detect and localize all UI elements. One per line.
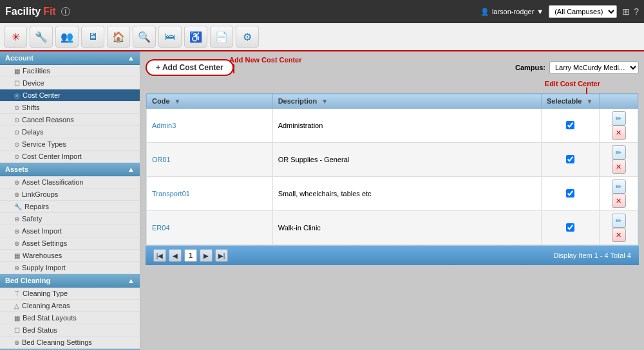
- sidebar-item-label: Service Types: [22, 140, 66, 148]
- first-page-btn[interactable]: |◀: [153, 249, 166, 262]
- cell-code: OR01: [147, 143, 273, 177]
- sidebar-item-supply-import[interactable]: ⊛ Supply Import: [0, 262, 140, 274]
- current-page-num: 1: [184, 249, 197, 262]
- table-row: Admin3 Administration ✏ ✕: [147, 109, 638, 143]
- sidebar-item-delays[interactable]: ⊙ Delays: [0, 126, 140, 138]
- help-icon[interactable]: ?: [634, 6, 639, 17]
- sidebar-item-label: Cost Center Import: [22, 152, 82, 160]
- sidebar-item-warehouses[interactable]: ▦ Warehouses: [0, 250, 140, 262]
- top-icons: ⊞ ?: [622, 6, 639, 17]
- sidebar-item-safety[interactable]: ⊛ Safety: [0, 213, 140, 225]
- grid-icon[interactable]: ⊞: [622, 6, 630, 17]
- sidebar-item-service-types[interactable]: ⊙ Service Types: [0, 138, 140, 151]
- user-icon: 👤: [480, 8, 489, 16]
- delete-row-btn[interactable]: ✕: [612, 194, 626, 208]
- sidebar-item-label: Warehouses: [23, 252, 62, 259]
- content-header: + Add Cost Center Campus: Larry McCurdy …: [146, 59, 639, 76]
- cell-selectable[interactable]: [542, 143, 600, 177]
- sidebar-section-bed-cleaning[interactable]: Bed Cleaning ▲: [0, 274, 140, 288]
- table-row: OR01 OR Supplies - General ✏ ✕: [147, 143, 638, 177]
- sidebar-item-linkgroups[interactable]: ⊛ LinkGroups: [0, 189, 140, 201]
- sidebar-item-repairs[interactable]: 🔧 Repairs: [0, 201, 140, 213]
- sidebar-item-facilities[interactable]: ▦ Facilities: [0, 65, 140, 77]
- sidebar-section-account[interactable]: Account ▲: [0, 51, 140, 65]
- col-header-description[interactable]: Description ▼: [272, 94, 541, 109]
- safety-icon: ⊛: [14, 216, 19, 223]
- prev-page-btn[interactable]: ◀: [169, 249, 182, 262]
- warehouses-icon: ▦: [14, 252, 20, 259]
- sidebar-item-cleaning-type[interactable]: ⊤ Cleaning Type: [0, 288, 140, 300]
- cost-center-icon: ◎: [14, 92, 20, 99]
- sidebar-item-cleaning-areas[interactable]: △ Cleaning Areas: [0, 300, 140, 312]
- sidebar: Account ▲ ▦ Facilities ☐ Device ◎ Cost C…: [0, 51, 140, 350]
- sidebar-item-label: Device: [23, 79, 44, 87]
- selectable-checkbox[interactable]: [566, 121, 574, 129]
- nav-document-btn[interactable]: 📄: [210, 26, 233, 48]
- cell-selectable[interactable]: [542, 177, 600, 211]
- last-page-btn[interactable]: ▶|: [215, 249, 228, 262]
- edit-row-btn[interactable]: ✏: [612, 111, 626, 125]
- selectable-checkbox[interactable]: [566, 189, 574, 198]
- page-controls: |◀ ◀ 1 ▶ ▶|: [153, 249, 228, 262]
- campus-dropdown[interactable]: Larry McCurdy Medi...: [549, 61, 639, 74]
- next-page-btn[interactable]: ▶: [200, 249, 213, 262]
- selectable-checkbox[interactable]: [566, 155, 574, 163]
- col-description-label: Description: [278, 97, 317, 105]
- sidebar-item-cancel-reasons[interactable]: ⊙ Cancel Reasons: [0, 114, 140, 126]
- code-filter-icon[interactable]: ▼: [175, 98, 181, 105]
- sidebar-item-label: Asset Classification: [22, 178, 83, 186]
- sidebar-item-asset-import[interactable]: ⊛ Asset Import: [0, 225, 140, 237]
- sidebar-section-assets[interactable]: Assets ▲: [0, 163, 140, 176]
- campus-select[interactable]: (All Campuses): [549, 5, 617, 18]
- sidebar-item-cost-center-import[interactable]: ⊙ Cost Center Import: [0, 151, 140, 163]
- nav-wheelchair-btn[interactable]: ♿: [184, 26, 207, 48]
- asset-classification-icon: ⊛: [14, 179, 19, 186]
- description-filter-icon[interactable]: ▼: [321, 98, 328, 105]
- selectable-checkbox[interactable]: [566, 223, 574, 232]
- col-header-actions: [600, 94, 638, 109]
- logo-info-icon[interactable]: i: [61, 7, 70, 16]
- sidebar-item-bed-status[interactable]: ☐ Bed Status: [0, 324, 140, 336]
- col-header-code[interactable]: Code ▼: [147, 94, 273, 109]
- sidebar-item-shifts[interactable]: ⊙ Shifts: [0, 102, 140, 114]
- sidebar-item-bed-stat-layouts[interactable]: ▦ Bed Stat Layouts: [0, 312, 140, 324]
- sidebar-item-cost-center[interactable]: ◎ Cost Center: [0, 89, 140, 102]
- cell-selectable[interactable]: [542, 211, 600, 245]
- delete-row-btn[interactable]: ✕: [612, 125, 626, 140]
- nav-wrench-btn[interactable]: 🔧: [30, 26, 53, 48]
- nav-monitor-btn[interactable]: 🖥: [81, 26, 104, 48]
- add-cost-center-button[interactable]: + Add Cost Center: [146, 59, 234, 76]
- col-header-selectable[interactable]: Selectable ▼: [542, 94, 600, 109]
- sidebar-item-label: Safety: [22, 215, 42, 223]
- sidebar-bed-cleaning-label: Bed Cleaning: [5, 277, 50, 284]
- sidebar-item-asset-settings[interactable]: ⊛ Asset Settings: [0, 237, 140, 250]
- sidebar-account-collapse-icon: ▲: [128, 54, 135, 62]
- user-dropdown-icon[interactable]: ▼: [536, 8, 544, 15]
- cost-center-import-icon: ⊙: [14, 153, 19, 160]
- nav-home-btn[interactable]: 🏠: [107, 26, 130, 48]
- asset-settings-icon: ⊛: [14, 240, 19, 247]
- bed-cleaning-settings-icon: ⊛: [14, 339, 19, 346]
- table-row: ER04 Walk-in Clinic ✏ ✕: [147, 211, 638, 245]
- edit-row-btn[interactable]: ✏: [612, 145, 626, 160]
- sidebar-item-label: Shifts: [22, 104, 40, 111]
- selectable-filter-icon[interactable]: ▼: [586, 98, 592, 105]
- cell-code: Admin3: [147, 109, 273, 143]
- table-row: Transport01 Small, wheelchairs, tables e…: [147, 177, 638, 211]
- sidebar-item-bed-cleaning-settings[interactable]: ⊛ Bed Cleaning Settings: [0, 336, 140, 349]
- sidebar-assets-label: Assets: [5, 165, 28, 173]
- delete-row-btn[interactable]: ✕: [612, 160, 626, 174]
- nav-settings-btn[interactable]: ⚙: [236, 26, 259, 48]
- cell-code: ER04: [147, 211, 273, 245]
- edit-row-btn[interactable]: ✏: [612, 214, 626, 228]
- sidebar-item-asset-classification[interactable]: ⊛ Asset Classification: [0, 176, 140, 189]
- nav-bed-btn[interactable]: 🛏: [158, 26, 182, 48]
- edit-row-btn[interactable]: ✏: [612, 180, 626, 194]
- nav-people-btn[interactable]: 👥: [55, 26, 79, 48]
- nav-search-btn[interactable]: 🔍: [133, 26, 156, 48]
- sidebar-bed-cleaning-collapse-icon: ▲: [128, 277, 135, 284]
- delete-row-btn[interactable]: ✕: [612, 228, 626, 242]
- sidebar-item-device[interactable]: ☐ Device: [0, 77, 140, 89]
- nav-asterisk-btn[interactable]: ✳: [4, 26, 27, 48]
- cell-selectable[interactable]: [542, 109, 600, 143]
